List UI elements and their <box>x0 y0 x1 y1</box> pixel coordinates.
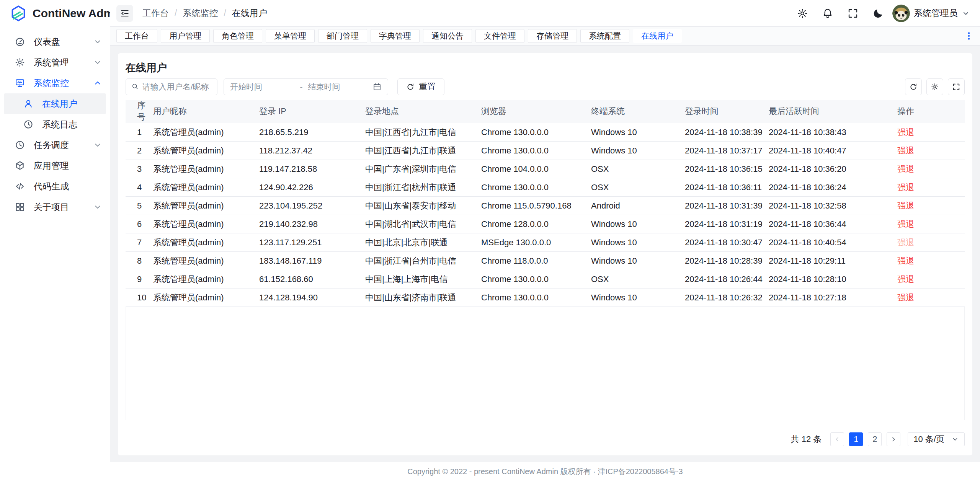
next-page-button[interactable] <box>887 432 900 446</box>
sidebar-item-task-schedule[interactable]: 任务调度 <box>0 135 110 155</box>
code-icon <box>15 181 25 192</box>
cell-action: 强退 <box>897 178 965 197</box>
cell-nickname: 系统管理员(admin) <box>153 215 259 233</box>
refresh-icon <box>406 83 415 91</box>
cell-last_active: 2024-11-18 10:40:47 <box>769 142 897 160</box>
tab-7[interactable]: 文件管理 <box>475 29 524 43</box>
cell-browser: Chrome 128.0.0.0 <box>481 215 591 233</box>
start-date-field[interactable]: 开始时间 <box>230 82 295 92</box>
breadcrumb-item-workbench[interactable]: 工作台 <box>142 7 169 19</box>
refresh-table-button[interactable] <box>905 78 922 95</box>
cell-os: Windows 10 <box>591 123 685 142</box>
prev-page-button[interactable] <box>830 432 844 446</box>
force-logout-link[interactable]: 强退 <box>897 183 914 192</box>
fullscreen-icon[interactable] <box>847 8 859 19</box>
cell-last_active: 2024-11-18 10:28:10 <box>769 270 897 289</box>
cell-location: 中国|山东省|泰安市|移动 <box>365 197 481 215</box>
sidebar-item-app-management[interactable]: 应用管理 <box>0 155 110 176</box>
cell-browser: MSEdge 130.0.0.0 <box>481 233 591 252</box>
gear-icon <box>15 57 25 68</box>
table-row: 3系统管理员(admin)119.147.218.58中国|广东省|深圳市|电信… <box>126 160 965 178</box>
grid-icon <box>15 202 25 212</box>
tab-10[interactable]: 在线用户 <box>633 29 682 43</box>
cube-icon <box>15 160 25 171</box>
tab-5[interactable]: 字典管理 <box>371 29 420 43</box>
sidebar-item-code-generation[interactable]: 代码生成 <box>0 176 110 197</box>
tab-2[interactable]: 角色管理 <box>213 29 262 43</box>
force-logout-link[interactable]: 强退 <box>897 219 914 229</box>
sidebar-item-online-user[interactable]: 在线用户 <box>4 93 106 114</box>
cell-nickname: 系统管理员(admin) <box>153 252 259 270</box>
sidebar-item-system-log[interactable]: 系统日志 <box>4 114 106 135</box>
bell-icon[interactable] <box>822 8 833 19</box>
force-logout-link[interactable]: 强退 <box>897 274 914 284</box>
table-row: 2系统管理员(admin)118.212.37.42中国|江西省|九江市|联通C… <box>126 142 965 160</box>
search-input[interactable] <box>142 82 212 91</box>
page-button-2[interactable]: 2 <box>868 432 882 446</box>
table-row: 5系统管理员(admin)223.104.195.252中国|山东省|泰安市|移… <box>126 197 965 215</box>
tab-8[interactable]: 存储管理 <box>528 29 577 43</box>
settings-icon[interactable] <box>797 8 808 19</box>
cell-browser: Chrome 130.0.0.0 <box>481 270 591 289</box>
cell-location: 中国|浙江省|台州市|电信 <box>365 252 481 270</box>
cell-nickname: 系统管理员(admin) <box>153 270 259 289</box>
moon-icon[interactable] <box>872 8 884 19</box>
cell-ip: 219.140.232.98 <box>259 215 365 233</box>
chevron-down-icon <box>93 37 102 46</box>
cell-ip: 124.128.194.90 <box>259 289 365 307</box>
cell-nickname: 系统管理员(admin) <box>153 197 259 215</box>
tab-0[interactable]: 工作台 <box>116 29 157 43</box>
cell-last_active: 2024-11-18 10:40:54 <box>769 233 897 252</box>
cell-ip: 123.117.129.251 <box>259 233 365 252</box>
collapse-sidebar-button[interactable] <box>116 5 133 22</box>
cell-ip: 218.65.5.219 <box>259 123 365 142</box>
column-settings-button[interactable] <box>926 78 943 95</box>
chevron-down-icon <box>93 58 102 67</box>
page-size-select[interactable]: 10 条/页 <box>908 432 965 446</box>
force-logout-link[interactable]: 强退 <box>897 256 914 266</box>
sidebar-item-system-monitor[interactable]: 系统监控 <box>0 73 110 93</box>
cell-action: 强退 <box>897 160 965 178</box>
avatar[interactable] <box>892 5 910 22</box>
force-logout-link[interactable]: 强退 <box>897 127 914 137</box>
user-menu[interactable]: 系统管理员 <box>892 5 970 22</box>
sidebar-item-about-project[interactable]: 关于项目 <box>0 197 110 217</box>
sidebar-menu: 仪表盘系统管理系统监控在线用户系统日志任务调度应用管理代码生成关于项目 <box>0 27 110 217</box>
reset-label: 重置 <box>419 81 436 93</box>
cell-index: 10 <box>126 289 153 307</box>
breadcrumb-item-system-monitor[interactable]: 系统监控 <box>183 7 218 19</box>
end-date-field[interactable]: 结束时间 <box>308 82 373 92</box>
tab-9[interactable]: 系统配置 <box>580 29 629 43</box>
force-logout-link[interactable]: 强退 <box>897 164 914 174</box>
table-area: 序号用户昵称登录 IP登录地点浏览器终端系统登录时间最后活跃时间操作 1系统管理… <box>126 100 965 420</box>
page-button-1[interactable]: 1 <box>849 432 863 446</box>
tabs-more-icon[interactable] <box>964 31 974 41</box>
tab-3[interactable]: 菜单管理 <box>266 29 315 43</box>
column-header: 用户昵称 <box>153 100 259 123</box>
sidebar-item-system-management[interactable]: 系统管理 <box>0 52 110 73</box>
force-logout-link[interactable]: 强退 <box>897 201 914 210</box>
tab-6[interactable]: 通知公告 <box>423 29 472 43</box>
tab-4[interactable]: 部门管理 <box>318 29 367 43</box>
cell-last_active: 2024-11-18 10:36:20 <box>769 160 897 178</box>
cell-os: Windows 10 <box>591 215 685 233</box>
force-logout-link[interactable]: 强退 <box>897 146 914 155</box>
cell-location: 中国|湖北省|武汉市|电信 <box>365 215 481 233</box>
table-row: 1系统管理员(admin)218.65.5.219中国|江西省|九江市|电信Ch… <box>126 123 965 142</box>
force-logout-link[interactable]: 强退 <box>897 238 914 247</box>
date-range-picker[interactable]: 开始时间 - 结束时间 <box>224 78 388 95</box>
content: 在线用户 开始时间 - 结束时间 <box>110 46 980 462</box>
cell-action: 强退 <box>897 289 965 307</box>
cell-login_time: 2024-11-18 10:28:39 <box>685 252 769 270</box>
cell-browser: Chrome 130.0.0.0 <box>481 178 591 197</box>
force-logout-link[interactable]: 强退 <box>897 293 914 302</box>
sidebar-item-label: 系统监控 <box>34 77 93 89</box>
tab-1[interactable]: 用户管理 <box>161 29 210 43</box>
table-fullscreen-button[interactable] <box>948 78 965 95</box>
sidebar-item-dashboard[interactable]: 仪表盘 <box>0 31 110 52</box>
cell-index: 5 <box>126 197 153 215</box>
reset-button[interactable]: 重置 <box>397 78 444 95</box>
chevron-down-icon <box>951 435 959 443</box>
cell-login_time: 2024-11-18 10:30:47 <box>685 233 769 252</box>
cell-location: 中国|广东省|深圳市|电信 <box>365 160 481 178</box>
